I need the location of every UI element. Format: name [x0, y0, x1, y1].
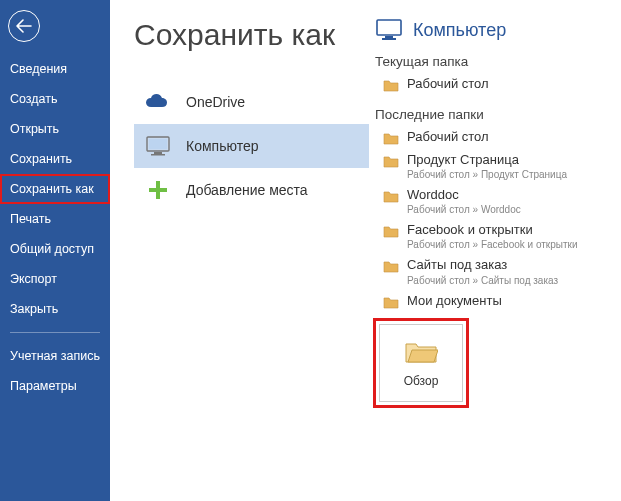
current-folder-section-label: Текущая папка [375, 54, 607, 69]
folder-path: Рабочий стол » Worddoc [407, 203, 521, 216]
main-area: Сохранить как OneDrive Компьютер [110, 0, 621, 501]
folder-name: Рабочий стол [407, 76, 489, 92]
sidebar-separator [10, 332, 100, 333]
browse-button-label: Обзор [404, 374, 439, 388]
sidebar-item-new[interactable]: Создать [0, 84, 110, 114]
computer-header: Компьютер [375, 18, 607, 42]
place-onedrive-label: OneDrive [186, 94, 245, 110]
folder-name: Сайты под заказ [407, 257, 558, 273]
recent-folder-item[interactable]: Сайты под заказ Рабочий стол » Сайты под… [375, 254, 607, 289]
svg-rect-5 [149, 188, 167, 192]
folder-path: Рабочий стол » Сайты под заказ [407, 274, 558, 287]
recent-folder-item[interactable]: Мои документы [375, 290, 607, 312]
onedrive-icon [144, 90, 172, 114]
folder-name: Facebook и открытки [407, 222, 578, 238]
browse-button[interactable]: Обзор [379, 324, 463, 402]
recent-folder-item[interactable]: Facebook и открытки Рабочий стол » Faceb… [375, 219, 607, 254]
sidebar-item-print[interactable]: Печать [0, 204, 110, 234]
computer-header-label: Компьютер [413, 20, 506, 41]
recent-folder-item[interactable]: Продукт Страница Рабочий стол » Продукт … [375, 149, 607, 184]
folder-name: Worddoc [407, 187, 521, 203]
sidebar-item-save-as[interactable]: Сохранить как [0, 174, 110, 204]
folder-icon [383, 189, 399, 203]
svg-rect-3 [151, 154, 165, 156]
place-computer-label: Компьютер [186, 138, 258, 154]
svg-rect-7 [385, 36, 393, 38]
folder-path: Рабочий стол » Facebook и открытки [407, 238, 578, 251]
svg-rect-2 [154, 152, 162, 154]
folder-icon [383, 78, 399, 92]
places-column: Сохранить как OneDrive Компьютер [134, 18, 369, 501]
svg-rect-1 [149, 139, 167, 149]
folder-name: Продукт Страница [407, 152, 567, 168]
folder-open-icon [404, 338, 438, 364]
plus-icon [144, 178, 172, 202]
current-folder-item[interactable]: Рабочий стол [375, 73, 607, 95]
folder-icon [383, 295, 399, 309]
folder-name: Рабочий стол [407, 129, 489, 145]
computer-icon [144, 134, 172, 158]
folder-path: Рабочий стол » Продукт Страница [407, 168, 567, 181]
sidebar-item-options[interactable]: Параметры [0, 371, 110, 401]
place-computer[interactable]: Компьютер [134, 124, 369, 168]
folder-name: Мои документы [407, 293, 502, 309]
sidebar-item-info[interactable]: Сведения [0, 54, 110, 84]
sidebar-item-save[interactable]: Сохранить [0, 144, 110, 174]
svg-rect-6 [377, 20, 401, 35]
place-onedrive[interactable]: OneDrive [134, 80, 369, 124]
folder-icon [383, 259, 399, 273]
svg-rect-8 [382, 38, 396, 40]
recent-folders-section-label: Последние папки [375, 107, 607, 122]
folder-icon [383, 224, 399, 238]
folder-icon [383, 154, 399, 168]
sidebar-item-close[interactable]: Закрыть [0, 294, 110, 324]
sidebar-item-open[interactable]: Открыть [0, 114, 110, 144]
sidebar-item-share[interactable]: Общий доступ [0, 234, 110, 264]
place-add-label: Добавление места [186, 182, 308, 198]
details-column: Компьютер Текущая папка Рабочий стол Пос… [369, 18, 607, 501]
recent-folder-item[interactable]: Worddoc Рабочий стол » Worddoc [375, 184, 607, 219]
arrow-left-icon [16, 19, 32, 33]
sidebar-item-export[interactable]: Экспорт [0, 264, 110, 294]
computer-icon [375, 18, 403, 42]
place-add[interactable]: Добавление места [134, 168, 369, 212]
back-button[interactable] [8, 10, 40, 42]
sidebar-item-account[interactable]: Учетная запись [0, 341, 110, 371]
backstage-sidebar: Сведения Создать Открыть Сохранить Сохра… [0, 0, 110, 501]
recent-folder-item[interactable]: Рабочий стол [375, 126, 607, 148]
folder-icon [383, 131, 399, 145]
page-title: Сохранить как [134, 18, 369, 52]
